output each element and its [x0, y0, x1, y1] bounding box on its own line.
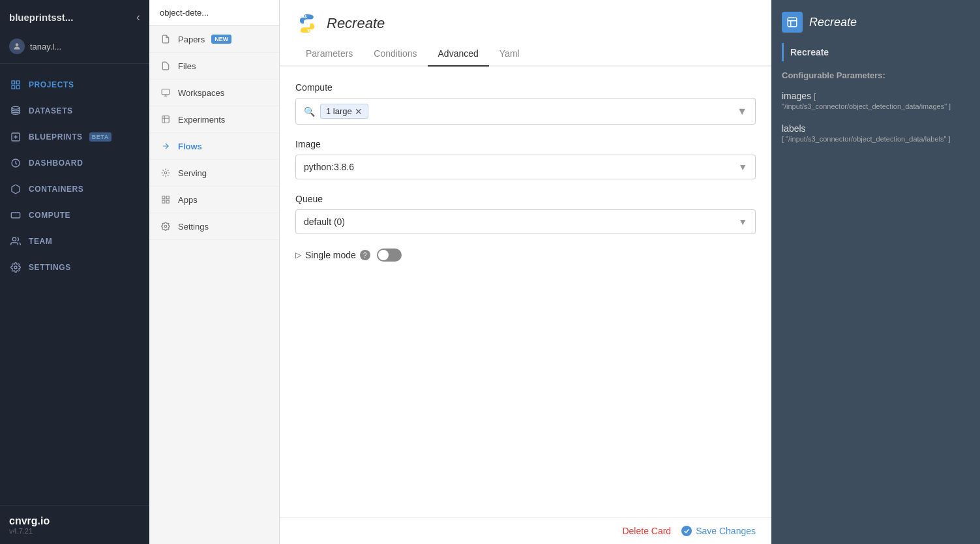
flows-icon [160, 140, 171, 152]
sidebar-item-dashboard[interactable]: DASHBOARD [0, 150, 149, 176]
help-icon[interactable]: ? [360, 250, 370, 260]
sidebar-footer: cnvrg.io v4.7.21 [0, 506, 149, 544]
sidebar-item-files[interactable]: Files [149, 53, 279, 80]
workspace-icon [160, 87, 171, 98]
image-chevron-down-icon: ▼ [738, 162, 747, 172]
sidebar-item-workspaces[interactable]: Workspaces [149, 80, 279, 106]
labels-param-value: [ "/input/s3_connector/object_detection_… [782, 135, 970, 143]
papers-label: Papers [178, 35, 205, 44]
footer-brand: cnvrg.io [9, 515, 140, 527]
queue-group: Queue default (0) ▼ [295, 194, 756, 234]
save-changes-button[interactable]: Save Changes [681, 526, 756, 536]
form-area: Compute 🔍 1 large ✕ ▼ Image python:3.8.6… [280, 67, 771, 517]
compute-label: Compute [295, 82, 756, 93]
images-bracket: [ [814, 92, 816, 101]
right-header: Recreate [771, 0, 980, 43]
modal-footer: Delete Card Save Changes [280, 517, 771, 544]
sidebar-item-apps[interactable]: Apps [149, 187, 279, 213]
delete-card-button[interactable]: Delete Card [622, 526, 671, 536]
queue-label: Queue [295, 194, 756, 204]
toggle-knob [378, 250, 389, 260]
search-icon: 🔍 [304, 106, 315, 117]
sidebar-user: tanay.l... [0, 35, 149, 64]
tab-advanced[interactable]: Advanced [428, 42, 489, 67]
svg-rect-2 [16, 81, 20, 84]
sidebar-item-projects[interactable]: PROJECTS [0, 72, 149, 98]
single-mode-row: ▷ Single mode ? [295, 249, 756, 262]
compute-tag-remove[interactable]: ✕ [355, 107, 363, 116]
image-select[interactable]: python:3.8.6 ▼ [295, 155, 756, 179]
image-group: Image python:3.8.6 ▼ [295, 139, 756, 179]
tab-parameters[interactable]: Parameters [295, 42, 363, 67]
compute-group: Compute 🔍 1 large ✕ ▼ [295, 82, 756, 125]
object-name: object-dete... [160, 8, 209, 18]
sidebar-item-settings[interactable]: SETTINGS [0, 254, 149, 280]
compute-tag-value: 1 large [326, 106, 352, 116]
sidebar-item-settings2[interactable]: Settings [149, 213, 279, 240]
svg-point-12 [164, 172, 167, 174]
files-label: Files [178, 61, 196, 71]
experiments-icon [160, 113, 171, 125]
single-mode-text: Single mode [305, 250, 356, 260]
chevron-down-icon: ▼ [737, 106, 747, 117]
compute-select[interactable]: 🔍 1 large ✕ ▼ [295, 98, 756, 125]
svg-point-17 [164, 225, 167, 228]
apps-label: Apps [178, 195, 198, 205]
labels-param: labels [ "/input/s3_connector/object_det… [782, 119, 970, 147]
sidebar-second: object-dete... Papers NEW Files Workspac… [149, 0, 280, 544]
sidebar-item-datasets[interactable]: DATASETS [0, 98, 149, 124]
sidebar-item-team[interactable]: TEAM [0, 228, 149, 254]
experiments-label: Experiments [178, 115, 225, 125]
images-param-name: images [ [782, 91, 970, 101]
settings2-label: Settings [178, 222, 209, 232]
queue-chevron-down-icon: ▼ [738, 217, 747, 227]
svg-rect-4 [16, 85, 20, 89]
sidebar-left: blueprintsst... ‹ tanay.l... PROJECTS DA… [0, 0, 149, 544]
settings-icon [9, 261, 22, 274]
grid-icon [9, 78, 22, 91]
image-label: Image [295, 139, 756, 149]
sidebar-item-label-blueprints: BLUEPRINTS [29, 132, 83, 142]
right-panel-title: Recreate [809, 16, 857, 29]
sidebar-item-label-team: TEAM [29, 237, 52, 246]
right-panel-body: Recreate Configurable Parameters: images… [771, 43, 980, 152]
sidebar-item-experiments[interactable]: Experiments [149, 106, 279, 133]
svg-rect-16 [166, 200, 169, 203]
settings2-icon [160, 220, 171, 232]
play-icon: ▷ [295, 250, 301, 260]
tab-conditions[interactable]: Conditions [363, 42, 427, 67]
sidebar-item-label-dashboard: DASHBOARD [29, 159, 83, 168]
tab-yaml[interactable]: Yaml [489, 42, 530, 67]
apps-icon [160, 194, 171, 205]
container-icon [9, 183, 22, 196]
sidebar-item-label-datasets: DATASETS [29, 106, 73, 115]
new-badge: NEW [211, 35, 231, 44]
sidebar-item-serving[interactable]: Serving [149, 160, 279, 187]
serving-label: Serving [178, 168, 207, 178]
collapse-button[interactable]: ‹ [136, 10, 140, 24]
modal-header: Recreate [280, 0, 771, 35]
sidebar-item-label-containers: CONTAINERS [29, 185, 83, 194]
sidebar-item-blueprints[interactable]: BLUEPRINTS BETA [0, 124, 149, 150]
compute-icon [9, 209, 22, 222]
svg-rect-18 [788, 18, 797, 27]
right-panel: Recreate Recreate Configurable Parameter… [771, 0, 980, 544]
sidebar-item-containers[interactable]: CONTAINERS [0, 176, 149, 202]
queue-select[interactable]: default (0) ▼ [295, 209, 756, 234]
sidebar-item-label-settings: SETTINGS [29, 263, 71, 272]
serving-icon [160, 167, 171, 179]
sidebar-item-flows[interactable]: Flows [149, 133, 279, 160]
labels-param-name: labels [782, 123, 970, 134]
dashboard-icon [9, 157, 22, 170]
single-mode-toggle[interactable] [377, 249, 402, 262]
single-mode-label: ▷ Single mode ? [295, 250, 370, 260]
sidebar-item-compute[interactable]: COMPUTE [0, 202, 149, 228]
svg-rect-14 [166, 196, 169, 199]
database-icon [9, 104, 22, 117]
svg-rect-8 [11, 213, 20, 218]
svg-point-10 [14, 266, 17, 269]
blueprint-icon [9, 130, 22, 144]
sidebar-item-papers[interactable]: Papers NEW [149, 26, 279, 53]
image-value: python:3.8.6 [304, 162, 354, 172]
sidebar-item-label-compute: COMPUTE [29, 211, 70, 220]
